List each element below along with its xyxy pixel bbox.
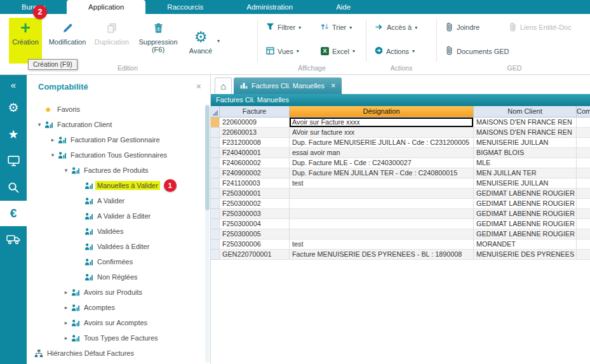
cell-comm[interactable] xyxy=(577,168,590,179)
cell-facture[interactable]: F241100003 xyxy=(220,179,290,189)
row-selector-cell[interactable] xyxy=(211,148,220,158)
cell-designation[interactable] xyxy=(290,209,474,219)
row-selector-cell[interactable] xyxy=(211,239,220,250)
cell-designation[interactable]: Dup. Facture MENUISERIE JUILLAN - Cde : … xyxy=(290,138,474,148)
cell-nom-client[interactable]: MAISONS D'EN FRANCE REN xyxy=(474,128,577,138)
tab-home[interactable]: ⌂ xyxy=(215,78,232,94)
chevron-right-icon[interactable]: ▸ xyxy=(61,320,71,326)
table-row[interactable]: F250300005GEDIMAT LABENNE ROUGIER xyxy=(211,229,590,239)
cell-comm[interactable] xyxy=(577,229,590,239)
cell-facture[interactable]: F250300004 xyxy=(220,219,290,229)
nav-item-confirm-es[interactable]: Confirmées xyxy=(27,254,210,269)
menu-item-aide[interactable]: Aide xyxy=(314,0,372,14)
row-selector-cell[interactable] xyxy=(211,158,220,168)
filtrer-button[interactable]: Filtrer▾ xyxy=(266,22,312,33)
cell-comm[interactable] xyxy=(577,158,590,168)
table-row[interactable]: F241100003testMENUISERIE JUILLAN xyxy=(211,179,590,189)
truck-icon[interactable] xyxy=(0,226,27,253)
nav-item-facturation-tous-gestionnaires[interactable]: ▾Facturation Tous Gestionnaires xyxy=(27,147,210,163)
cell-comm[interactable] xyxy=(577,219,590,229)
chevron-right-icon[interactable]: ▸ xyxy=(48,137,58,143)
nav-item-hi-rarchies-d-faut-factures[interactable]: Hiérarchies Défaut Factures xyxy=(27,346,210,361)
cell-comm[interactable] xyxy=(577,148,590,158)
table-row[interactable]: 220600009Avoir sur Facture xxxxMAISONS D… xyxy=(211,118,590,128)
cell-facture[interactable]: 220600013 xyxy=(220,128,290,138)
excel-button[interactable]: X Excel▾ xyxy=(321,46,360,57)
nav-item-non-r-gl-es[interactable]: Non Réglées xyxy=(27,269,210,285)
row-selector-cell[interactable] xyxy=(211,179,220,189)
joindre-button[interactable]: Joindre xyxy=(445,22,500,33)
cell-designation[interactable] xyxy=(290,189,474,199)
cell-facture[interactable]: F240400001 xyxy=(220,148,290,158)
table-row[interactable]: 220600013AVoir sur facture xxxMAISONS D'… xyxy=(211,128,590,138)
menu-item-administration[interactable]: Administration xyxy=(225,0,314,14)
chevron-down-icon[interactable]: ▾ xyxy=(34,121,44,128)
menu-item-raccourcis[interactable]: Raccourcis xyxy=(145,0,225,14)
cell-facture[interactable]: F250300002 xyxy=(220,199,290,209)
nav-item-favoris[interactable]: ★Favoris xyxy=(27,102,210,117)
row-selector-cell[interactable] xyxy=(211,189,220,199)
cell-nom-client[interactable]: GEDIMAT LABENNE ROUGIER xyxy=(474,229,577,239)
column-header-row-selector[interactable] xyxy=(211,106,220,117)
table-row[interactable]: GEN220700001Facture MENUISERIE DES PYREN… xyxy=(211,250,590,260)
cell-comm[interactable] xyxy=(577,179,590,189)
column-header-facture[interactable]: Facture xyxy=(220,106,290,117)
cell-nom-client[interactable]: MENUISERIE JUILLAN xyxy=(474,138,577,148)
cell-designation[interactable]: Dup. Facture MLE - Cde : C240300027 xyxy=(290,158,474,168)
chevron-down-icon[interactable]: ▾ xyxy=(412,48,415,54)
cell-facture[interactable]: GEN220700001 xyxy=(220,250,290,260)
cell-designation[interactable]: test xyxy=(290,179,474,189)
cell-facture[interactable]: F250300003 xyxy=(220,209,290,219)
cell-facture[interactable]: F240600002 xyxy=(220,158,290,168)
actions-button[interactable]: Actions▾ xyxy=(375,46,424,57)
row-selector-cell[interactable] xyxy=(211,128,220,138)
chevron-down-icon[interactable]: ▾ xyxy=(349,25,352,30)
chevron-down-icon[interactable]: ▾ xyxy=(217,38,220,44)
cell-designation[interactable]: Facture MENUISERIE DES PYRENEES - BL : 1… xyxy=(290,250,474,260)
cell-designation[interactable] xyxy=(290,199,474,209)
cell-nom-client[interactable]: GEDIMAT LABENNE ROUGIER xyxy=(474,189,577,199)
chevron-down-icon[interactable]: ▾ xyxy=(48,152,58,158)
cell-nom-client[interactable]: MENUISERIE DES PYRENEES xyxy=(474,250,577,260)
nav-item-facturation-par-gestionnaire[interactable]: ▸Facturation Par Gestionnaire xyxy=(27,132,210,147)
cell-nom-client[interactable]: MORANDET xyxy=(474,239,577,250)
cell-nom-client[interactable]: MEN JUILLAN TER xyxy=(474,168,577,179)
acces-a-button[interactable]: Accès à▾ xyxy=(375,22,424,33)
row-selector-cell[interactable] xyxy=(211,250,220,260)
chevron-down-icon[interactable]: ▾ xyxy=(415,25,417,30)
cell-comm[interactable] xyxy=(577,239,590,250)
chevron-right-icon[interactable]: ▸ xyxy=(61,289,71,295)
cell-designation[interactable]: Dup. Facture MEN JUILLAN TER - Cde : C24… xyxy=(290,168,474,179)
cell-designation[interactable] xyxy=(290,219,474,229)
cell-facture[interactable]: F240900002 xyxy=(220,168,290,179)
chevron-down-icon[interactable]: ▾ xyxy=(352,48,355,54)
cell-facture[interactable]: F250300001 xyxy=(220,189,290,199)
table-row[interactable]: F240600002Dup. Facture MLE - Cde : C2403… xyxy=(211,158,590,168)
row-selector-cell[interactable] xyxy=(211,229,220,239)
table-row[interactable]: F250300002GEDIMAT LABENNE ROUGIER xyxy=(211,199,590,209)
star-icon[interactable]: ★ xyxy=(0,121,27,147)
nav-item-avoirs-sur-acomptes[interactable]: ▸Avoirs sur Acomptes xyxy=(27,315,210,330)
chevron-right-icon[interactable]: ▸ xyxy=(61,335,71,341)
chevron-right-icon[interactable]: ▸ xyxy=(61,304,71,311)
suppression-button[interactable]: Suppression(F6) xyxy=(137,18,179,64)
nav-item-valid-es-editer[interactable]: Validées à Editer xyxy=(27,239,210,254)
nav-item-factures-de-produits[interactable]: ▾Factures de Produits xyxy=(27,163,210,178)
gear-icon[interactable]: ⚙ xyxy=(0,94,27,121)
nav-item-manuelles-valider[interactable]: Manuelles à Valider1 xyxy=(27,178,210,193)
column-header-comm[interactable]: Comm xyxy=(577,106,590,117)
cell-comm[interactable] xyxy=(577,199,590,209)
search-icon[interactable] xyxy=(0,174,27,201)
cell-comm[interactable] xyxy=(577,209,590,219)
row-selector-cell[interactable] xyxy=(211,168,220,179)
tab-factures-cli-manuelles[interactable]: Factures Cli. Manuelles × xyxy=(234,78,342,94)
cell-comm[interactable] xyxy=(577,189,590,199)
chevron-down-icon[interactable]: ▾ xyxy=(297,48,299,54)
avance-button[interactable]: ⚙ Avancé xyxy=(185,27,216,55)
nav-item-acomptes[interactable]: ▸Acomptes xyxy=(27,300,210,315)
column-header-nom-client[interactable]: Nom Client xyxy=(474,106,577,117)
chevron-down-icon[interactable]: ▾ xyxy=(61,167,71,173)
select-all-corner-icon[interactable] xyxy=(212,110,218,116)
table-row[interactable]: F250300001GEDIMAT LABENNE ROUGIER xyxy=(211,189,590,199)
cell-nom-client[interactable]: GEDIMAT LABENNE ROUGIER xyxy=(474,219,577,229)
